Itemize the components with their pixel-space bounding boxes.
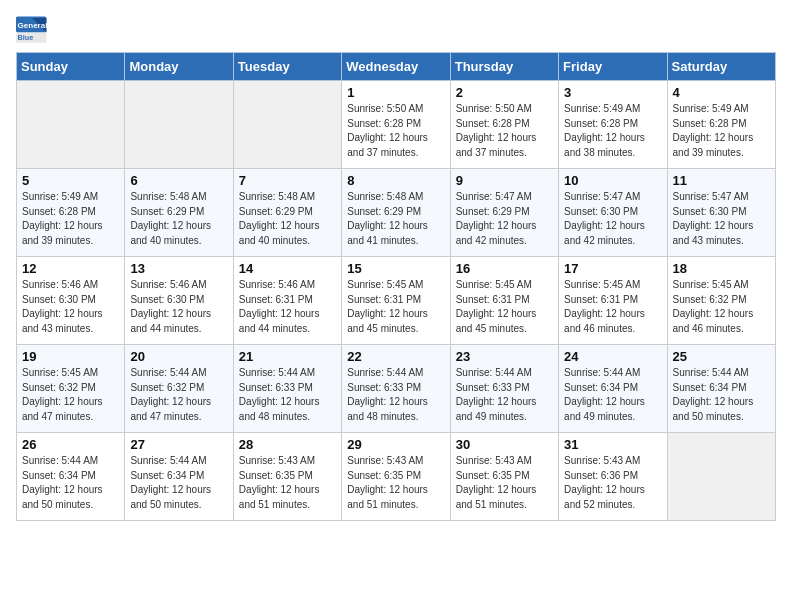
day-number: 23 [456,349,553,364]
calendar-cell: 12Sunrise: 5:46 AM Sunset: 6:30 PM Dayli… [17,257,125,345]
day-info: Sunrise: 5:44 AM Sunset: 6:32 PM Dayligh… [130,366,227,424]
day-number: 20 [130,349,227,364]
calendar-cell: 23Sunrise: 5:44 AM Sunset: 6:33 PM Dayli… [450,345,558,433]
day-info: Sunrise: 5:49 AM Sunset: 6:28 PM Dayligh… [564,102,661,160]
day-number: 6 [130,173,227,188]
day-info: Sunrise: 5:50 AM Sunset: 6:28 PM Dayligh… [347,102,444,160]
calendar-cell: 4Sunrise: 5:49 AM Sunset: 6:28 PM Daylig… [667,81,775,169]
day-number: 29 [347,437,444,452]
calendar-cell: 15Sunrise: 5:45 AM Sunset: 6:31 PM Dayli… [342,257,450,345]
day-number: 1 [347,85,444,100]
day-number: 30 [456,437,553,452]
header-saturday: Saturday [667,53,775,81]
day-info: Sunrise: 5:48 AM Sunset: 6:29 PM Dayligh… [347,190,444,248]
day-number: 7 [239,173,336,188]
calendar-cell [233,81,341,169]
day-number: 19 [22,349,119,364]
day-info: Sunrise: 5:44 AM Sunset: 6:34 PM Dayligh… [22,454,119,512]
day-info: Sunrise: 5:45 AM Sunset: 6:32 PM Dayligh… [22,366,119,424]
calendar-week-4: 19Sunrise: 5:45 AM Sunset: 6:32 PM Dayli… [17,345,776,433]
calendar-cell: 17Sunrise: 5:45 AM Sunset: 6:31 PM Dayli… [559,257,667,345]
day-info: Sunrise: 5:47 AM Sunset: 6:30 PM Dayligh… [673,190,770,248]
day-info: Sunrise: 5:44 AM Sunset: 6:33 PM Dayligh… [239,366,336,424]
day-info: Sunrise: 5:45 AM Sunset: 6:32 PM Dayligh… [673,278,770,336]
calendar-cell: 26Sunrise: 5:44 AM Sunset: 6:34 PM Dayli… [17,433,125,521]
day-number: 24 [564,349,661,364]
day-number: 22 [347,349,444,364]
day-info: Sunrise: 5:50 AM Sunset: 6:28 PM Dayligh… [456,102,553,160]
day-number: 13 [130,261,227,276]
day-number: 14 [239,261,336,276]
logo: General Blue [16,16,52,44]
calendar-week-5: 26Sunrise: 5:44 AM Sunset: 6:34 PM Dayli… [17,433,776,521]
calendar-cell: 20Sunrise: 5:44 AM Sunset: 6:32 PM Dayli… [125,345,233,433]
calendar-week-1: 1Sunrise: 5:50 AM Sunset: 6:28 PM Daylig… [17,81,776,169]
day-info: Sunrise: 5:44 AM Sunset: 6:33 PM Dayligh… [456,366,553,424]
day-info: Sunrise: 5:44 AM Sunset: 6:34 PM Dayligh… [564,366,661,424]
day-number: 25 [673,349,770,364]
calendar-cell: 11Sunrise: 5:47 AM Sunset: 6:30 PM Dayli… [667,169,775,257]
calendar-cell: 29Sunrise: 5:43 AM Sunset: 6:35 PM Dayli… [342,433,450,521]
calendar-cell: 18Sunrise: 5:45 AM Sunset: 6:32 PM Dayli… [667,257,775,345]
day-number: 11 [673,173,770,188]
calendar-cell: 30Sunrise: 5:43 AM Sunset: 6:35 PM Dayli… [450,433,558,521]
day-number: 3 [564,85,661,100]
day-number: 2 [456,85,553,100]
calendar-week-3: 12Sunrise: 5:46 AM Sunset: 6:30 PM Dayli… [17,257,776,345]
header-thursday: Thursday [450,53,558,81]
day-number: 28 [239,437,336,452]
day-info: Sunrise: 5:46 AM Sunset: 6:31 PM Dayligh… [239,278,336,336]
day-number: 18 [673,261,770,276]
svg-text:General: General [18,21,48,30]
day-info: Sunrise: 5:45 AM Sunset: 6:31 PM Dayligh… [456,278,553,336]
day-info: Sunrise: 5:43 AM Sunset: 6:36 PM Dayligh… [564,454,661,512]
day-info: Sunrise: 5:48 AM Sunset: 6:29 PM Dayligh… [239,190,336,248]
calendar-cell [667,433,775,521]
calendar-cell: 28Sunrise: 5:43 AM Sunset: 6:35 PM Dayli… [233,433,341,521]
header-sunday: Sunday [17,53,125,81]
day-info: Sunrise: 5:48 AM Sunset: 6:29 PM Dayligh… [130,190,227,248]
calendar-cell: 14Sunrise: 5:46 AM Sunset: 6:31 PM Dayli… [233,257,341,345]
calendar-cell: 16Sunrise: 5:45 AM Sunset: 6:31 PM Dayli… [450,257,558,345]
day-number: 21 [239,349,336,364]
day-info: Sunrise: 5:47 AM Sunset: 6:30 PM Dayligh… [564,190,661,248]
day-number: 12 [22,261,119,276]
day-info: Sunrise: 5:45 AM Sunset: 6:31 PM Dayligh… [564,278,661,336]
day-number: 15 [347,261,444,276]
calendar-cell: 19Sunrise: 5:45 AM Sunset: 6:32 PM Dayli… [17,345,125,433]
logo-icon: General Blue [16,16,48,44]
day-info: Sunrise: 5:47 AM Sunset: 6:29 PM Dayligh… [456,190,553,248]
day-number: 8 [347,173,444,188]
calendar-cell: 9Sunrise: 5:47 AM Sunset: 6:29 PM Daylig… [450,169,558,257]
day-info: Sunrise: 5:44 AM Sunset: 6:34 PM Dayligh… [673,366,770,424]
day-number: 26 [22,437,119,452]
calendar-cell: 1Sunrise: 5:50 AM Sunset: 6:28 PM Daylig… [342,81,450,169]
calendar-cell: 6Sunrise: 5:48 AM Sunset: 6:29 PM Daylig… [125,169,233,257]
header-wednesday: Wednesday [342,53,450,81]
day-number: 16 [456,261,553,276]
day-info: Sunrise: 5:49 AM Sunset: 6:28 PM Dayligh… [22,190,119,248]
header-monday: Monday [125,53,233,81]
day-info: Sunrise: 5:45 AM Sunset: 6:31 PM Dayligh… [347,278,444,336]
calendar-cell [125,81,233,169]
day-number: 10 [564,173,661,188]
calendar-cell: 22Sunrise: 5:44 AM Sunset: 6:33 PM Dayli… [342,345,450,433]
calendar-table: SundayMondayTuesdayWednesdayThursdayFrid… [16,52,776,521]
header-friday: Friday [559,53,667,81]
calendar-cell: 10Sunrise: 5:47 AM Sunset: 6:30 PM Dayli… [559,169,667,257]
day-number: 27 [130,437,227,452]
day-info: Sunrise: 5:46 AM Sunset: 6:30 PM Dayligh… [130,278,227,336]
calendar-cell: 2Sunrise: 5:50 AM Sunset: 6:28 PM Daylig… [450,81,558,169]
calendar-cell: 25Sunrise: 5:44 AM Sunset: 6:34 PM Dayli… [667,345,775,433]
calendar-cell: 8Sunrise: 5:48 AM Sunset: 6:29 PM Daylig… [342,169,450,257]
day-number: 31 [564,437,661,452]
calendar-cell: 31Sunrise: 5:43 AM Sunset: 6:36 PM Dayli… [559,433,667,521]
day-info: Sunrise: 5:44 AM Sunset: 6:33 PM Dayligh… [347,366,444,424]
day-info: Sunrise: 5:44 AM Sunset: 6:34 PM Dayligh… [130,454,227,512]
header-tuesday: Tuesday [233,53,341,81]
day-info: Sunrise: 5:43 AM Sunset: 6:35 PM Dayligh… [347,454,444,512]
calendar-cell: 21Sunrise: 5:44 AM Sunset: 6:33 PM Dayli… [233,345,341,433]
svg-text:Blue: Blue [18,33,34,42]
day-number: 9 [456,173,553,188]
calendar-cell: 13Sunrise: 5:46 AM Sunset: 6:30 PM Dayli… [125,257,233,345]
